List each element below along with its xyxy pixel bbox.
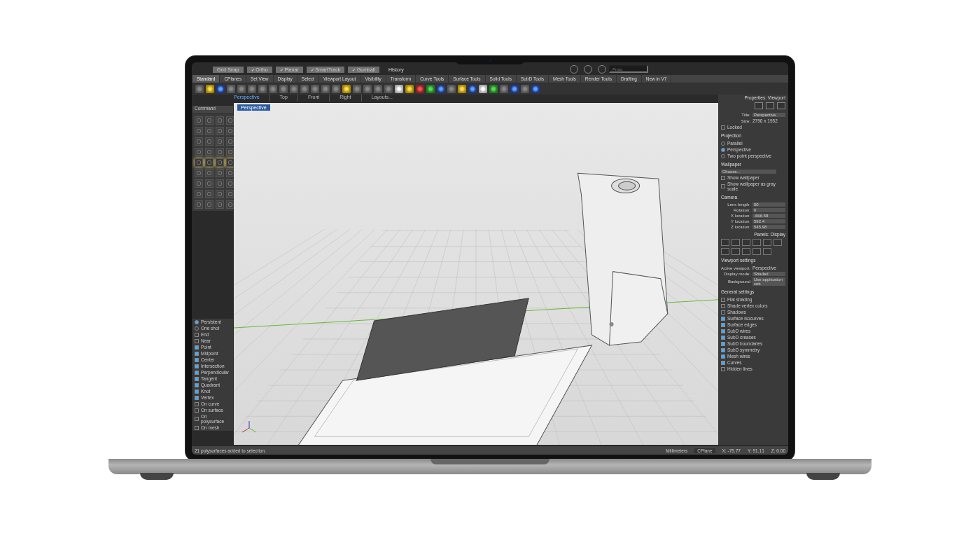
tool-1[interactable] <box>205 116 214 125</box>
new-icon[interactable] <box>195 85 204 93</box>
disp-flat-shading[interactable]: Flat shading <box>721 296 785 303</box>
osnap-one-shot[interactable]: One shot <box>192 325 233 331</box>
cut-icon[interactable] <box>237 85 246 93</box>
osnap-on-mesh[interactable]: On mesh <box>192 425 233 431</box>
prop-locked-check[interactable] <box>721 125 725 130</box>
tab-cplanes[interactable]: CPlanes <box>220 75 246 83</box>
disp-shade-vertex-colors[interactable]: Shade vertex colors <box>721 303 785 309</box>
zoom-icon[interactable] <box>311 85 319 93</box>
osnap-on-curve[interactable]: On curve <box>192 401 233 407</box>
viewport-perspective[interactable]: Perspective <box>234 103 718 445</box>
disp-i6[interactable] <box>774 239 782 246</box>
viewtab-perspective[interactable]: Perspective <box>234 95 260 103</box>
show-wp-gray-check[interactable] <box>721 184 725 188</box>
tab-mesh-tools[interactable]: Mesh Tools <box>549 75 581 83</box>
tab-transform[interactable]: Transform <box>386 75 416 83</box>
disp-i1[interactable] <box>721 239 729 246</box>
hide-icon[interactable] <box>395 85 403 93</box>
tab-set-view[interactable]: Set View <box>246 75 274 83</box>
tool-32[interactable] <box>195 200 203 209</box>
disp-subd-wires[interactable]: SubD wires <box>721 328 785 334</box>
tab-viewport-layout[interactable]: Viewport Layout <box>319 75 361 83</box>
rotate-icon[interactable] <box>300 85 309 93</box>
disp-i10[interactable] <box>752 248 761 255</box>
paste-icon[interactable] <box>258 85 267 93</box>
osnap-on-surface[interactable]: On surface <box>192 407 233 413</box>
history-toggle[interactable]: History <box>388 67 404 72</box>
undo-icon[interactable] <box>269 85 277 93</box>
disp-i8[interactable] <box>732 248 740 255</box>
tool-13[interactable] <box>205 148 214 156</box>
tab-standard[interactable]: Standard <box>192 75 220 83</box>
prop-material-icon[interactable] <box>766 102 774 109</box>
tab-display[interactable]: Display <box>274 75 298 83</box>
shade-icon[interactable] <box>447 85 456 93</box>
print-icon[interactable] <box>227 85 235 93</box>
redo-icon[interactable] <box>279 85 288 93</box>
tech-icon[interactable] <box>479 85 487 93</box>
proj-parallel-radio[interactable] <box>721 142 725 146</box>
disp-i5[interactable] <box>763 239 771 246</box>
disp-subd-boundaries[interactable]: SubD boundaries <box>721 340 785 347</box>
gumball-toggle[interactable]: Gumball <box>348 67 379 73</box>
background-select[interactable]: Use application sett <box>752 277 785 286</box>
tab-visibility[interactable]: Visibility <box>360 75 386 83</box>
tab-solid-tools[interactable]: Solid Tools <box>486 75 517 83</box>
tool-12[interactable] <box>195 148 203 156</box>
osnap-persistent[interactable]: Persistent <box>192 319 233 325</box>
show-wp-check[interactable] <box>721 176 725 180</box>
light-icon[interactable] <box>342 85 351 93</box>
tool-25[interactable] <box>205 179 214 188</box>
ortho-toggle[interactable]: Ortho <box>247 67 272 73</box>
lens-field[interactable]: 50 <box>752 202 785 207</box>
tool-6[interactable] <box>216 127 224 135</box>
tool-33[interactable] <box>205 200 214 209</box>
rotation-field[interactable]: 0 <box>752 208 785 212</box>
viewtab-right[interactable]: Right <box>340 95 351 103</box>
disp-i7[interactable] <box>721 248 729 255</box>
tab-render-tools[interactable]: Render Tools <box>581 75 617 83</box>
disp-mesh-wires[interactable]: Mesh wires <box>721 353 785 359</box>
osnap-end[interactable]: End <box>192 331 233 338</box>
xray-icon[interactable] <box>468 85 477 93</box>
tool-22[interactable] <box>216 169 224 177</box>
osnap-tangent[interactable]: Tangent <box>192 375 233 382</box>
disp-surface-edges[interactable]: Surface edges <box>721 322 785 328</box>
osnap-perpendicular[interactable]: Perpendicular <box>192 369 233 375</box>
record-icon[interactable] <box>598 65 606 74</box>
osnap-center[interactable]: Center <box>192 357 233 363</box>
smarttrack-toggle[interactable]: SmartTrack <box>307 67 345 73</box>
tool-34[interactable] <box>216 200 224 209</box>
status-cplane[interactable]: CPlane <box>694 448 715 453</box>
tool-8[interactable] <box>195 137 203 146</box>
render-icon[interactable] <box>437 85 445 93</box>
tab-surface-tools[interactable]: Surface Tools <box>449 75 485 83</box>
lock-icon[interactable] <box>416 85 424 93</box>
osnap-vertex[interactable]: Vertex <box>192 394 233 401</box>
copy-icon[interactable] <box>248 85 256 93</box>
wallpaper-choose[interactable]: Choose... <box>721 170 776 174</box>
pan-icon[interactable] <box>290 85 298 93</box>
tab-select[interactable]: Select <box>298 75 319 83</box>
planar-toggle[interactable]: Planar <box>276 67 303 73</box>
tool-2[interactable] <box>216 116 224 125</box>
viewtab-top[interactable]: Top <box>280 95 288 103</box>
tool-16[interactable] <box>195 158 203 167</box>
tool-21[interactable] <box>205 169 214 177</box>
prop-title[interactable]: Perspective <box>752 113 785 117</box>
cplane-icon[interactable] <box>353 85 361 93</box>
disp-i3[interactable] <box>742 239 750 246</box>
disp-curves[interactable]: Curves <box>721 359 785 366</box>
layers-icon[interactable] <box>374 85 382 93</box>
tool-18[interactable] <box>216 158 224 167</box>
tool-29[interactable] <box>205 190 214 198</box>
grid-snap-toggle[interactable]: Grid Snap <box>213 67 244 73</box>
zoom-ext-icon[interactable] <box>321 85 330 93</box>
filter-icon[interactable] <box>570 65 578 74</box>
disp-i4[interactable] <box>752 239 761 246</box>
disp-subd-creases[interactable]: SubD creases <box>721 334 785 340</box>
tool-9[interactable] <box>205 137 214 146</box>
tool-24[interactable] <box>195 179 203 188</box>
osnap-near[interactable]: Near <box>192 338 233 344</box>
grid-icon[interactable] <box>363 85 372 93</box>
